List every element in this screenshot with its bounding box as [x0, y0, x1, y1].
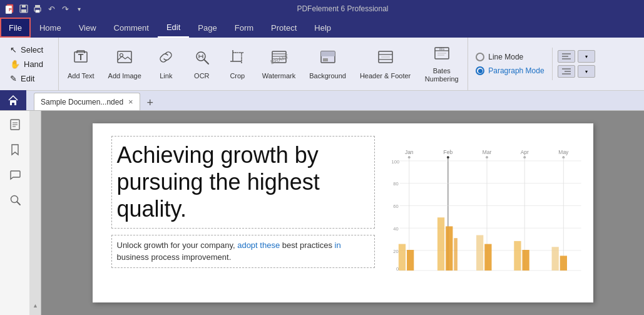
- svg-rect-32: [321, 51, 335, 56]
- add-text-button[interactable]: T Add Text: [61, 41, 101, 86]
- headline-text-box[interactable]: Achieving growth by pursuing the highest…: [111, 136, 376, 229]
- svg-rect-91: [514, 241, 521, 271]
- svg-rect-33: [323, 58, 328, 61]
- undo-icon[interactable]: ↶: [46, 4, 56, 14]
- link-label: Link: [160, 72, 172, 80]
- svg-text:Feb: Feb: [443, 149, 452, 155]
- select-tool[interactable]: ↖ Select: [8, 44, 53, 56]
- text-align-options: ▾ ▾: [553, 45, 600, 83]
- ocr-label: OCR: [194, 72, 209, 80]
- quick-access-dropdown-icon[interactable]: ▾: [74, 4, 84, 14]
- ocr-button[interactable]: OCR: [185, 41, 219, 86]
- indent-button[interactable]: [558, 65, 575, 78]
- svg-text:20: 20: [393, 249, 398, 254]
- svg-rect-7: [35, 5, 40, 8]
- bates-icon: 001: [433, 44, 451, 66]
- subtext-box[interactable]: Unlock growth for your company, adopt th…: [111, 235, 376, 268]
- menu-edit[interactable]: Edit: [158, 18, 189, 38]
- header-footer-icon: [377, 48, 394, 70]
- svg-text:80: 80: [393, 181, 398, 187]
- hand-tool[interactable]: ✋ Hand: [8, 58, 53, 70]
- menu-form[interactable]: Form: [226, 18, 262, 38]
- svg-rect-93: [551, 247, 558, 271]
- link-icon: [157, 48, 175, 70]
- svg-text:001: 001: [439, 47, 445, 51]
- edit-pencil-icon: ✎: [10, 74, 17, 83]
- svg-text:May: May: [558, 149, 569, 155]
- tab-bar: Sample Documen...nded × +: [0, 91, 644, 111]
- background-button[interactable]: Background: [303, 41, 352, 86]
- sidebar-search-icon[interactable]: [6, 191, 24, 209]
- svg-rect-5: [21, 9, 26, 13]
- add-text-icon: T: [72, 48, 89, 70]
- tab-close-button[interactable]: ×: [128, 97, 133, 106]
- print-icon[interactable]: [33, 4, 43, 14]
- align-options-button[interactable]: [558, 50, 575, 63]
- bates-numbering-button[interactable]: 001 BatesNumbering: [418, 41, 465, 86]
- indent-dropdown-icon[interactable]: ▾: [578, 65, 595, 78]
- svg-text:Mar: Mar: [482, 149, 491, 155]
- menu-view[interactable]: View: [70, 18, 105, 38]
- select-arrow-icon: ↖: [10, 45, 17, 54]
- svg-rect-94: [560, 256, 566, 271]
- crop-button[interactable]: Crop: [220, 41, 255, 86]
- hand-icon: ✋: [10, 59, 20, 69]
- svg-rect-85: [407, 250, 414, 271]
- save-icon[interactable]: [19, 4, 29, 14]
- subtext-practices: best practices: [280, 240, 334, 250]
- svg-line-17: [204, 59, 208, 64]
- svg-rect-4: [22, 5, 26, 8]
- subtext-end: business process improvement.: [117, 252, 232, 262]
- menu-file[interactable]: File: [0, 18, 31, 38]
- header-footer-button[interactable]: Header & Footer: [354, 41, 417, 86]
- redo-icon[interactable]: ↷: [60, 4, 70, 14]
- tab-label: Sample Documen...nded: [41, 98, 123, 106]
- menu-bar: File Home View Comment Edit Page Form Pr…: [0, 18, 644, 38]
- home-tab-button[interactable]: [0, 90, 26, 110]
- svg-rect-92: [522, 250, 529, 271]
- subtext-highlight-these: these: [260, 240, 280, 250]
- watermark-icon: DRAFT: [270, 48, 288, 70]
- sidebar-comments-icon[interactable]: [6, 166, 24, 183]
- subtext-highlight-adopt: adopt: [237, 240, 258, 250]
- svg-rect-89: [476, 235, 483, 270]
- edit-tools-group: T Add Text Add Image Link: [59, 38, 468, 90]
- svg-rect-14: [118, 51, 131, 63]
- menu-comment[interactable]: Comment: [105, 18, 158, 38]
- title-bar: P ↶ ↷ ▾ PDFelement 6 Professional: [0, 0, 644, 18]
- sidebar-pages-icon[interactable]: [6, 116, 24, 133]
- sidebar-bookmarks-icon[interactable]: [6, 141, 24, 158]
- line-mode-option[interactable]: Line Mode: [476, 53, 544, 61]
- svg-rect-86: [437, 217, 444, 271]
- line-mode-radio[interactable]: [476, 53, 484, 61]
- document-tab[interactable]: Sample Documen...nded ×: [34, 93, 140, 110]
- new-tab-button[interactable]: +: [143, 95, 158, 110]
- menu-help[interactable]: Help: [305, 18, 340, 38]
- edit-tool[interactable]: ✎ Edit: [8, 73, 53, 85]
- svg-text:Jan: Jan: [404, 149, 413, 155]
- menu-protect[interactable]: Protect: [262, 18, 305, 38]
- bar-chart: Jan Feb Mar Apr May: [387, 127, 587, 297]
- list-dropdown-icon[interactable]: ▾: [578, 50, 595, 63]
- document-content-left: Achieving growth by pursuing the highest…: [111, 136, 376, 268]
- left-sidebar: [0, 111, 30, 315]
- watermark-button[interactable]: DRAFT Watermark: [256, 41, 302, 86]
- paragraph-mode-radio[interactable]: [476, 66, 484, 75]
- svg-text:DRAFT: DRAFT: [270, 53, 288, 66]
- add-image-label: Add Image: [108, 72, 141, 80]
- paragraph-mode-label: Paragraph Mode: [488, 66, 544, 75]
- svg-text:Apr: Apr: [520, 149, 528, 155]
- document-viewing-area: Achieving growth by pursuing the highest…: [41, 111, 644, 315]
- header-footer-label: Header & Footer: [360, 72, 411, 80]
- add-image-button[interactable]: Add Image: [102, 41, 148, 86]
- add-image-icon: [116, 48, 133, 70]
- svg-text:40: 40: [393, 226, 398, 232]
- menu-home[interactable]: Home: [31, 18, 70, 38]
- add-text-label: Add Text: [68, 72, 95, 80]
- chart-area: Jan Feb Mar Apr May: [387, 127, 587, 297]
- ocr-icon: [193, 48, 210, 70]
- menu-page[interactable]: Page: [189, 18, 225, 38]
- watermark-label: Watermark: [262, 72, 295, 80]
- link-button[interactable]: Link: [149, 41, 183, 86]
- paragraph-mode-option[interactable]: Paragraph Mode: [476, 66, 544, 75]
